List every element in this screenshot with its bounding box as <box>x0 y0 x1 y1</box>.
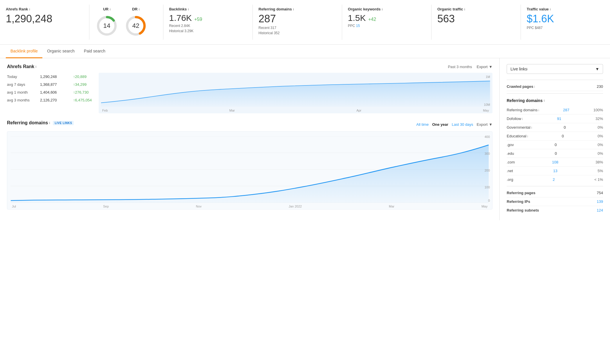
divider-1 <box>507 80 603 80</box>
ahrefs-rank-label: Ahrefs Rank <box>6 7 28 11</box>
rank-row-3months: avg 3 months 2,126,270 ↑6,475,054 <box>7 96 92 104</box>
live-links-dropdown-chevron: ▼ <box>595 67 599 71</box>
right-panel: Live links i ▼ Crawled pages i 230 Refer… <box>500 58 610 220</box>
ref-chart-x-nov: Nov <box>196 205 202 208</box>
referring-domains-section: Referring domains i LIVE LINKS All time … <box>7 120 492 210</box>
backlinks-info-icon[interactable]: i <box>188 8 189 11</box>
metric-traffic-value: Traffic value i $1.6K PPC $487 <box>521 5 610 40</box>
filter-all-time[interactable]: All time <box>416 122 429 127</box>
referring-domains-chart: 400 300 200 100 0 <box>7 131 492 210</box>
chart-y-200: 200 <box>485 169 490 172</box>
filter-last-30[interactable]: Last 30 days <box>452 122 473 127</box>
governmental-info[interactable]: i <box>531 126 532 129</box>
com-pct: 38% <box>595 160 603 164</box>
dofollow-value: 91 <box>557 117 561 121</box>
ur-label: UR <box>103 7 109 11</box>
ahrefs-rank-section-title: Ahrefs Rank <box>7 64 34 69</box>
educational-pct: 0% <box>598 134 603 138</box>
ur-gauge: UR i 14 <box>95 7 118 37</box>
net-value: 13 <box>553 169 557 173</box>
right-row-com: .com 108 38% <box>507 158 603 167</box>
tab-organic-search[interactable]: Organic search <box>42 45 79 58</box>
dofollow-info[interactable]: i <box>522 117 523 121</box>
referring-domains-historical: Historical 352 <box>259 31 336 35</box>
chart-y-100: 100 <box>485 185 490 189</box>
tab-paid-search[interactable]: Paid search <box>79 45 110 58</box>
tab-backlink-profile[interactable]: Backlink profile <box>6 45 42 58</box>
right-referring-domains-info[interactable]: i <box>544 99 545 102</box>
right-row-educational: Educational i 0 0% <box>507 132 603 141</box>
right-row-org: .org 2 < 1% <box>507 175 603 184</box>
net-pct: 5% <box>598 169 603 173</box>
dr-info-icon[interactable]: i <box>139 8 140 11</box>
right-row-referring-pages: Referring pages 754 <box>507 189 603 197</box>
right-row-referring-subnets: Referring subnets 124 <box>507 206 603 214</box>
traffic-value-info-icon[interactable]: i <box>550 8 551 11</box>
right-row-gov: .gov 0 0% <box>507 141 603 149</box>
referring-domains-top-info-icon[interactable]: i <box>293 8 294 11</box>
ref-chart-x-may: May <box>481 205 488 208</box>
live-links-dropdown-info[interactable]: i <box>527 67 528 71</box>
ref-domains-row-value: 287 <box>563 108 569 112</box>
organic-keywords-value: 1.5K +42 <box>348 13 425 23</box>
ahrefs-rank-section-header: Ahrefs Rank i Past 3 months Export ▼ <box>7 64 492 69</box>
organic-keywords-info-icon[interactable]: i <box>382 8 383 11</box>
gov-pct: 0% <box>598 143 603 147</box>
ahrefs-rank-period: Past 3 months <box>448 65 472 69</box>
edu-value: 0 <box>555 151 557 156</box>
dofollow-pct: 32% <box>595 117 603 121</box>
organic-traffic-info-icon[interactable]: i <box>464 8 465 11</box>
ref-chart-x-jan: Jan 2022 <box>289 205 302 208</box>
backlinks-plus: +59 <box>194 17 202 22</box>
ahrefs-rank-chart-svg <box>101 76 490 108</box>
crawled-pages-label: Crawled pages <box>507 84 533 89</box>
rank-row-7days: avg 7 days 1,368,877 ↑34,299 <box>7 81 92 88</box>
tabs-bar: Backlink profile Organic search Paid sea… <box>0 45 610 58</box>
gov-value: 0 <box>555 143 557 147</box>
ref-chart-x-mar: Mar <box>389 205 394 208</box>
rank-row-today: Today 1,290,248 ↑20,889 <box>7 73 92 81</box>
backlinks-value: 1.76K +59 <box>169 13 247 23</box>
traffic-value-ppc: PPC $487 <box>527 26 604 30</box>
chart-y-1m: 1M <box>486 75 490 79</box>
divider-2 <box>507 93 603 94</box>
ahrefs-rank-section-info-icon[interactable]: i <box>35 65 36 68</box>
main-content: Ahrefs Rank i Past 3 months Export ▼ Tod… <box>0 58 610 220</box>
chart-x-may: May <box>483 109 489 112</box>
ahrefs-rank-export-btn[interactable]: Export ▼ <box>477 65 492 69</box>
referring-ips-value: 139 <box>597 199 603 204</box>
crawled-pages-info[interactable]: i <box>534 85 535 88</box>
dr-label: DR <box>132 7 138 11</box>
ahrefs-rank-info-icon[interactable]: i <box>29 8 30 11</box>
ur-value: 14 <box>103 22 110 30</box>
live-links-dropdown-label: Live links <box>510 67 527 71</box>
ref-domains-row-info[interactable]: i <box>538 108 539 112</box>
metric-ur-dr: UR i 14 DR i 42 <box>89 5 163 40</box>
right-row-governmental: Governmental i 0 0% <box>507 123 603 132</box>
dr-gauge: DR i 42 <box>124 7 147 37</box>
right-row-dofollow: Dofollow i 91 32% <box>507 114 603 123</box>
live-links-dropdown[interactable]: Live links i ▼ <box>507 64 603 74</box>
metric-referring-domains-top: Referring domains i 287 Recent 317 Histo… <box>253 5 342 40</box>
referring-domains-recent: Recent 317 <box>259 26 336 30</box>
chart-x-feb: Feb <box>102 109 108 112</box>
ur-info-icon[interactable]: i <box>110 8 111 11</box>
metric-organic-traffic: Organic traffic i 563 <box>432 5 521 40</box>
referring-pages-value: 754 <box>597 191 603 195</box>
dr-gauge-canvas: 42 <box>124 14 147 37</box>
referring-domains-info-icon[interactable]: i <box>49 121 50 125</box>
chart-y-400: 400 <box>485 135 490 139</box>
referring-domains-export-btn[interactable]: Export ▼ <box>477 122 492 127</box>
right-row-referring-domains: Referring domains i 287 100% <box>507 106 603 114</box>
right-row-edu: .edu 0 0% <box>507 149 603 158</box>
metric-backlinks: Backlinks i 1.76K +59 Recent 2.84K Histo… <box>163 5 253 40</box>
backlinks-recent: Recent 2.84K <box>169 24 247 28</box>
educational-value: 0 <box>562 134 564 138</box>
chart-y-300: 300 <box>485 152 490 155</box>
metric-ahrefs-rank: Ahrefs Rank i 1,290,248 <box>0 5 89 40</box>
ref-domains-row-pct: 100% <box>593 108 603 112</box>
filter-one-year[interactable]: One year <box>432 122 448 127</box>
ref-chart-x-sep: Sep <box>103 205 109 208</box>
chart-x-mar: Mar <box>229 109 235 112</box>
educational-info[interactable]: i <box>527 134 528 138</box>
